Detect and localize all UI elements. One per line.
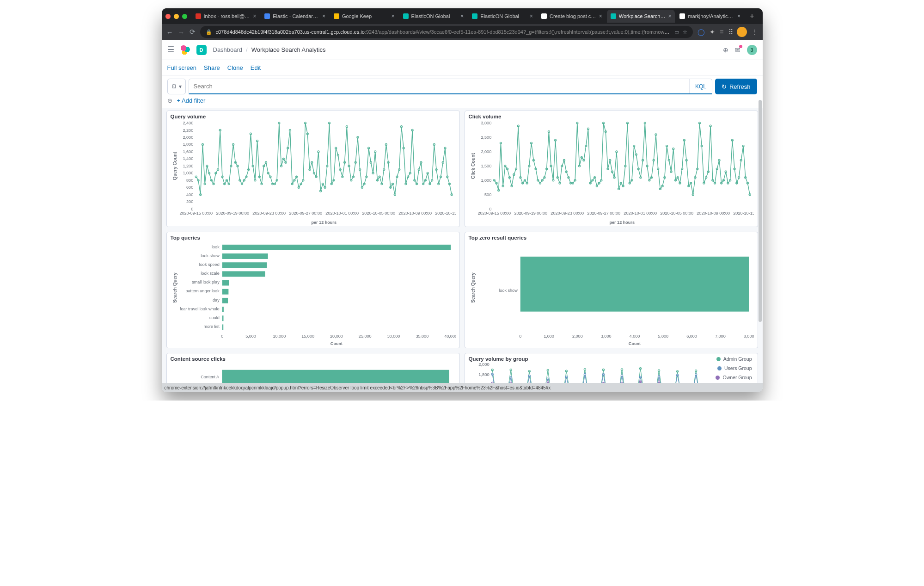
notification-badge[interactable]: 3	[747, 45, 757, 55]
browser-tab[interactable]: Create blog post content to ill ×	[538, 10, 606, 23]
menu-icon[interactable]: ☰	[167, 45, 174, 55]
svg-text:2,200: 2,200	[183, 128, 193, 133]
tab-close-icon[interactable]: ×	[668, 13, 671, 19]
newsfeed-icon[interactable]: ⊕	[723, 46, 728, 54]
svg-text:Click Count: Click Count	[470, 153, 475, 179]
elastic-logo-icon[interactable]	[181, 45, 190, 55]
svg-text:2,000: 2,000	[481, 149, 491, 154]
tab-close-icon[interactable]: ×	[460, 13, 464, 19]
back-button[interactable]: ←	[166, 28, 173, 36]
svg-text:30,000: 30,000	[387, 334, 400, 339]
panel-title: Content source clicks	[171, 356, 456, 362]
svg-text:3,000: 3,000	[481, 121, 491, 125]
svg-text:6,000: 6,000	[686, 334, 697, 339]
browser-tab[interactable]: Workplace Search Analytics - ×	[607, 10, 675, 23]
svg-text:25,000: 25,000	[358, 334, 371, 339]
window-controls[interactable]	[165, 14, 187, 19]
svg-text:Content A: Content A	[201, 375, 220, 379]
filter-toggle-icon[interactable]: ⊖	[167, 97, 172, 104]
breadcrumb-root[interactable]: Dashboard	[213, 46, 243, 53]
svg-text:2020-09-23 00:00: 2020-09-23 00:00	[551, 211, 584, 216]
svg-text:2020-10-09 00:00: 2020-10-09 00:00	[398, 211, 432, 216]
svg-text:1,800: 1,800	[478, 372, 490, 377]
svg-text:2020-10-01 00:00: 2020-10-01 00:00	[325, 211, 359, 216]
svg-text:0: 0	[519, 334, 521, 339]
search-input[interactable]	[189, 83, 689, 90]
reload-button[interactable]: ⟳	[190, 28, 196, 36]
space-badge[interactable]: D	[196, 45, 207, 55]
svg-text:look: look	[212, 245, 220, 249]
query-bar: 🗓 ▾ KQL ↻ Refresh	[162, 76, 763, 97]
svg-rect-280	[222, 262, 266, 268]
svg-text:40,000: 40,000	[444, 334, 456, 339]
svg-text:per 12 hours: per 12 hours	[609, 220, 635, 225]
extensions-icon[interactable]: ✦	[710, 28, 715, 36]
tab-close-icon[interactable]: ×	[253, 13, 256, 19]
browser-tab[interactable]: markjhoy/AnalyticsGenerator ×	[676, 10, 744, 23]
shield-icon[interactable]: ◯	[698, 28, 705, 36]
tab-title: Inbox - ross.bell@elastic.co -	[204, 13, 251, 19]
panel-top-queries: Top queries looklook showlook speedlook …	[166, 232, 460, 348]
full-screen-button[interactable]: Full screen	[167, 64, 197, 71]
browser-tab[interactable]: ElasticON Global ×	[399, 10, 468, 23]
lock-icon: 🔒	[206, 29, 212, 35]
tab-title: ElasticON Global	[480, 13, 527, 19]
svg-text:2020-09-27 00:00: 2020-09-27 00:00	[587, 211, 620, 216]
minimize-window-icon[interactable]	[174, 14, 179, 19]
address-bar[interactable]: 🔒 c078d4d848dc42b19f4f318a002ba703.us-ce…	[200, 26, 693, 38]
new-tab-button[interactable]: +	[745, 12, 759, 20]
tab-close-icon[interactable]: ×	[530, 13, 533, 19]
svg-text:look show: look show	[499, 288, 518, 293]
tab-close-icon[interactable]: ×	[322, 13, 325, 19]
svg-text:200: 200	[186, 199, 193, 204]
svg-text:day: day	[213, 298, 220, 302]
svg-text:0: 0	[221, 334, 223, 339]
panel-title: Top queries	[171, 235, 456, 241]
kql-toggle[interactable]: KQL	[689, 79, 712, 93]
browser-tab[interactable]: ElasticON Global ×	[468, 10, 537, 23]
close-window-icon[interactable]	[165, 14, 171, 19]
reader-mode-icon[interactable]: ▭	[674, 29, 679, 35]
top-queries-chart: looklook showlook speedlook scalesmall l…	[171, 241, 456, 346]
svg-text:2,500: 2,500	[481, 135, 491, 140]
svg-text:2020-09-19 00:00: 2020-09-19 00:00	[216, 211, 249, 216]
edit-button[interactable]: Edit	[251, 64, 261, 71]
add-filter-button[interactable]: + Add filter	[177, 97, 206, 104]
breadcrumb-separator: /	[246, 46, 248, 53]
svg-text:2020-09-23 00:00: 2020-09-23 00:00	[252, 211, 286, 216]
browser-tab[interactable]: Elastic - Calendar - Week of C ×	[261, 10, 329, 23]
refresh-button[interactable]: ↻ Refresh	[715, 79, 757, 94]
svg-text:Count: Count	[330, 341, 342, 346]
browser-tab[interactable]: Inbox - ross.bell@elastic.co - ×	[192, 10, 260, 23]
tab-close-icon[interactable]: ×	[392, 13, 395, 19]
clone-button[interactable]: Clone	[227, 64, 243, 71]
browser-tab[interactable]: Google Keep ×	[330, 10, 398, 23]
svg-text:2020-09-27 00:00: 2020-09-27 00:00	[289, 211, 322, 216]
forward-button[interactable]: →	[178, 28, 185, 36]
svg-text:1,200: 1,200	[183, 164, 193, 168]
svg-text:2020-10-01 00:00: 2020-10-01 00:00	[624, 211, 657, 216]
tab-favicon-icon	[611, 13, 616, 19]
tab-close-icon[interactable]: ×	[737, 13, 740, 19]
bookmark-star-icon[interactable]: ☆	[683, 29, 687, 35]
svg-rect-282	[222, 271, 265, 277]
svg-text:2020-10-13 00:00: 2020-10-13 00:00	[733, 211, 754, 216]
kibana-header: ☰ D Dashboard / Workplace Search Analyti…	[162, 40, 763, 60]
scrollbar-thumb[interactable]	[759, 100, 762, 322]
svg-rect-290	[222, 307, 223, 312]
svg-rect-292	[222, 315, 223, 321]
svg-text:Query Count: Query Count	[172, 152, 177, 180]
svg-rect-276	[222, 245, 450, 250]
list-icon[interactable]: ≡	[720, 28, 723, 36]
kebab-menu-icon[interactable]: ⋮	[752, 28, 758, 36]
tab-close-icon[interactable]: ×	[599, 13, 602, 19]
profile-avatar[interactable]	[737, 27, 747, 37]
maximize-window-icon[interactable]	[182, 14, 187, 19]
share-button[interactable]: Share	[204, 64, 220, 71]
svg-text:2020-10-05 00:00: 2020-10-05 00:00	[362, 211, 395, 216]
tab-favicon-icon	[196, 13, 201, 19]
scrollbar-track[interactable]	[759, 100, 762, 381]
mail-icon[interactable]: ✉	[735, 46, 740, 54]
apps-icon[interactable]: ⠿	[728, 28, 732, 36]
date-picker[interactable]: 🗓 ▾	[167, 79, 186, 94]
